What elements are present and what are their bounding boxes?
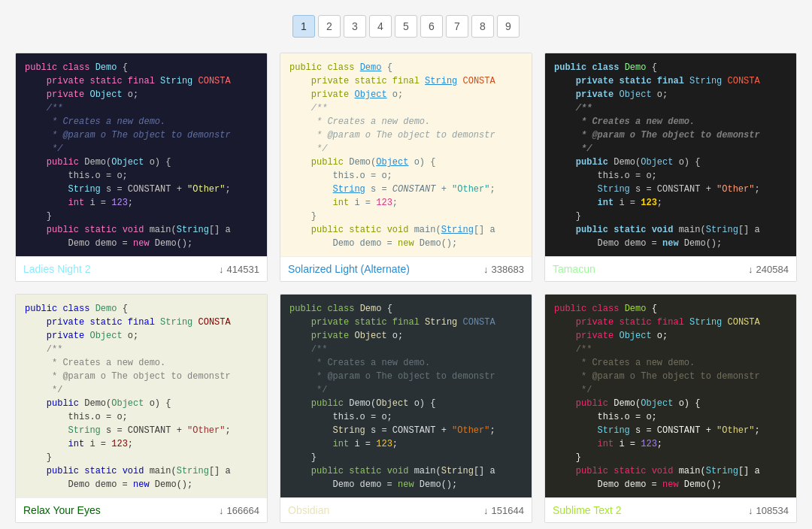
- page-5-button[interactable]: 5: [395, 15, 417, 38]
- theme-downloads-solarized-light: ↓ 338683: [483, 264, 524, 275]
- theme-card-solarized-light[interactable]: public class Demo { private static final…: [280, 53, 532, 282]
- theme-footer-sublime2: Sublime Text 2 ↓ 108534: [545, 497, 796, 522]
- page-6-button[interactable]: 6: [420, 15, 443, 38]
- download-icon: ↓: [483, 505, 489, 516]
- theme-name-ladies-night-2: Ladies Night 2: [23, 263, 91, 275]
- theme-card-relax-eyes[interactable]: public class Demo { private static final…: [15, 294, 268, 523]
- download-icon: ↓: [219, 264, 224, 275]
- download-icon: ↓: [483, 264, 489, 275]
- pagination: 1 2 3 4 5 6 7 8 9: [15, 15, 797, 38]
- theme-downloads-ladies-night-2: ↓ 414531: [219, 264, 259, 275]
- theme-card-tamacun[interactable]: public class Demo { private static final…: [544, 53, 797, 282]
- theme-downloads-relax-eyes: ↓ 166664: [219, 505, 259, 516]
- theme-preview-obsidian: public class Demo { private static final…: [280, 295, 532, 497]
- theme-footer-tamacun: Tamacun ↓ 240584: [545, 256, 796, 281]
- theme-name-solarized-light: Solarized Light (Alternate): [288, 263, 410, 275]
- theme-name-tamacun: Tamacun: [553, 263, 595, 275]
- theme-footer-obsidian: Obsidian ↓ 151644: [280, 497, 532, 522]
- download-icon: ↓: [748, 264, 753, 275]
- page-4-button[interactable]: 4: [369, 15, 392, 38]
- theme-downloads-tamacun: ↓ 240584: [748, 264, 789, 275]
- download-icon: ↓: [748, 505, 753, 516]
- theme-card-sublime2[interactable]: public class Demo { private static final…: [544, 294, 797, 523]
- theme-name-obsidian: Obsidian: [288, 504, 329, 516]
- page-8-button[interactable]: 8: [471, 15, 494, 38]
- theme-preview-tamacun: public class Demo { private static final…: [545, 53, 796, 256]
- page-7-button[interactable]: 7: [446, 15, 468, 38]
- page-2-button[interactable]: 2: [318, 15, 341, 38]
- theme-preview-relax-eyes: public class Demo { private static final…: [16, 295, 267, 497]
- page-1-button[interactable]: 1: [292, 15, 315, 38]
- page-9-button[interactable]: 9: [497, 15, 520, 38]
- theme-footer-relax-eyes: Relax Your Eyes ↓ 166664: [16, 497, 267, 522]
- theme-downloads-obsidian: ↓ 151644: [483, 505, 524, 516]
- theme-preview-ladies-night-2: public class Demo { private static final…: [16, 53, 267, 256]
- theme-preview-sublime2: public class Demo { private static final…: [545, 295, 796, 497]
- theme-name-sublime2: Sublime Text 2: [553, 504, 622, 516]
- download-icon: ↓: [219, 505, 224, 516]
- theme-name-relax-eyes: Relax Your Eyes: [23, 504, 101, 516]
- theme-footer-ladies-night-2: Ladies Night 2 ↓ 414531: [16, 256, 267, 281]
- theme-footer-solarized-light: Solarized Light (Alternate) ↓ 338683: [280, 256, 532, 281]
- theme-card-ladies-night-2[interactable]: public class Demo { private static final…: [15, 53, 268, 282]
- theme-grid: public class Demo { private static final…: [15, 53, 797, 523]
- theme-downloads-sublime2: ↓ 108534: [748, 505, 789, 516]
- theme-card-obsidian[interactable]: public class Demo { private static final…: [280, 294, 532, 523]
- theme-preview-solarized-light: public class Demo { private static final…: [280, 53, 532, 256]
- page-3-button[interactable]: 3: [344, 15, 366, 38]
